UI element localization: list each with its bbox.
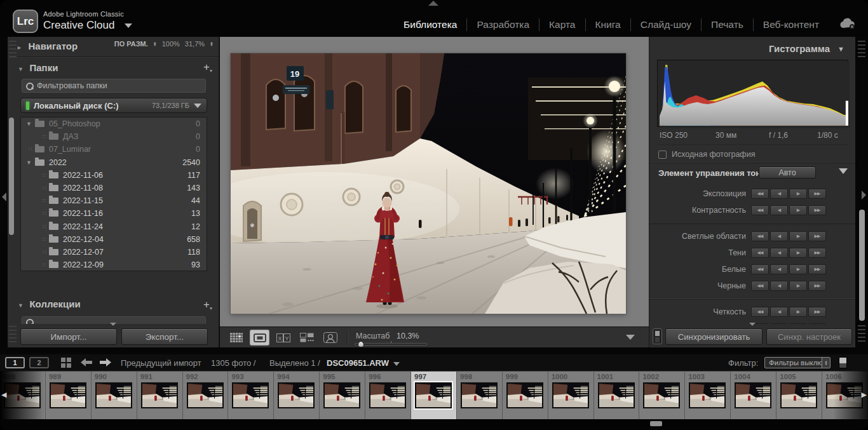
import-button[interactable]: Импорт... — [20, 328, 117, 345]
folder-grip-icon[interactable] — [40, 262, 49, 268]
filmstrip-thumbnail[interactable]: 990 — [92, 371, 137, 419]
toolbar-options-caret[interactable] — [626, 335, 635, 340]
folder-grip-icon[interactable] — [40, 133, 49, 140]
filmstrip-thumbnail[interactable]: 1000 — [548, 371, 594, 419]
decrease-button[interactable] — [770, 281, 788, 291]
previous-photo-arrow-icon[interactable] — [80, 358, 93, 367]
folder-filter-input[interactable]: Фильтровать папки — [22, 79, 206, 93]
filmstrip-thumbnail[interactable]: 999 — [503, 371, 548, 419]
export-button[interactable]: Экспорт... — [121, 328, 208, 345]
expand-icon[interactable] — [18, 66, 27, 72]
filmstrip-thumbnail[interactable]: 993 — [228, 371, 274, 419]
increase-large-button[interactable] — [808, 307, 826, 317]
folder-row[interactable]: 07_Luminar0 — [21, 143, 207, 156]
filmstrip-thumbnail[interactable]: 1002 — [639, 371, 685, 419]
collapse-icon[interactable] — [17, 44, 25, 51]
zoom-slider[interactable] — [355, 343, 427, 346]
module-tab[interactable]: Карта — [539, 17, 585, 33]
increase-button[interactable] — [789, 264, 807, 274]
module-tab[interactable]: Библиотека — [394, 17, 466, 33]
volume-browser[interactable]: Локальный диск (C:) 73,1/238 ГБ — [20, 98, 207, 113]
filmstrip-thumbnail[interactable]: 1005 — [776, 371, 822, 419]
grid-view-button[interactable] — [226, 330, 246, 346]
decrease-button[interactable] — [770, 231, 788, 241]
increase-button[interactable] — [789, 281, 807, 291]
next-photo-arrow-icon[interactable] — [99, 358, 112, 367]
zoom-ratio-option[interactable]: 31,7% — [185, 40, 205, 48]
identity-caret-icon[interactable] — [125, 24, 132, 28]
decrease-button[interactable] — [770, 205, 788, 215]
survey-view-button[interactable] — [297, 330, 316, 346]
increase-button[interactable] — [789, 307, 807, 317]
compare-view-button[interactable]: X Y — [273, 330, 293, 346]
sync-button[interactable]: Синхронизировать — [665, 328, 763, 345]
decrease-button[interactable] — [770, 189, 788, 199]
folder-row[interactable]: ДАЗ0 — [21, 130, 207, 143]
photo-preview[interactable]: 19 ❄ — [231, 53, 626, 314]
panel-caret-icon[interactable] — [749, 323, 756, 326]
increase-button[interactable] — [789, 231, 807, 241]
filmstrip-scrollbar-thumb[interactable] — [650, 421, 662, 426]
folders-header[interactable]: Папки + — [8, 57, 219, 74]
filmstrip-thumbnail[interactable]: 998 — [457, 371, 503, 419]
top-panel-collapse-icon[interactable] — [428, 1, 438, 6]
folder-row[interactable]: 2022-12-04658 — [21, 233, 207, 246]
increase-large-button[interactable] — [808, 281, 826, 291]
fill-option[interactable]: 100% — [162, 40, 180, 48]
navigator-header[interactable]: Навигатор ПО РАЗМ. ▲▼ 100% 31,7% ▲▼ — [8, 37, 219, 53]
folder-row[interactable]: 2022-12-0993 — [21, 259, 207, 271]
filmstrip-scroll-left-arrow[interactable]: ◀ — [1, 391, 6, 399]
increase-large-button[interactable] — [808, 205, 826, 215]
decrease-large-button[interactable] — [751, 189, 769, 199]
add-folder-button[interactable]: + — [203, 61, 212, 74]
module-tab[interactable]: Книга — [586, 17, 630, 33]
filmstrip-thumbnail[interactable]: 1003 — [685, 371, 731, 419]
folder-row[interactable]: 2022-11-06117 — [21, 169, 207, 182]
decrease-large-button[interactable] — [751, 205, 769, 215]
filmstrip-thumbnail[interactable]: 988 — [0, 371, 46, 419]
cloud-sync-icon[interactable] — [839, 18, 857, 30]
collections-header[interactable]: Коллекции + — [8, 299, 219, 315]
filmstrip-thumbnail[interactable]: 1001 — [594, 371, 640, 419]
decrease-large-button[interactable] — [751, 281, 769, 291]
filter-dropdown[interactable]: Фильтры выключ... ▲▼ — [764, 357, 831, 368]
histogram-panel[interactable] — [657, 60, 848, 127]
decrease-button[interactable] — [770, 264, 788, 274]
increase-large-button[interactable] — [808, 231, 826, 241]
decrease-large-button[interactable] — [751, 264, 769, 274]
folder-row[interactable]: 2022-12-07118 — [21, 246, 207, 259]
filmstrip-thumbnail[interactable]: 996 — [365, 371, 411, 419]
folder-row[interactable]: 05_Photoshop0 — [21, 118, 207, 130]
main-window-button[interactable]: 1 — [5, 357, 25, 368]
filmstrip-thumbnail[interactable]: 989 — [46, 371, 92, 419]
folder-grip-icon[interactable] — [26, 146, 35, 152]
folder-row[interactable]: 20222540 — [21, 156, 207, 169]
zoom-slider-thumb[interactable] — [358, 341, 364, 347]
add-collection-button[interactable]: + — [203, 299, 212, 311]
decrease-large-button[interactable] — [751, 307, 769, 317]
resize-grip[interactable] — [9, 326, 17, 345]
folder-row[interactable]: 2022-11-08143 — [21, 182, 207, 194]
folders-scrollbar[interactable] — [9, 118, 14, 235]
volume-caret-icon[interactable] — [194, 104, 201, 108]
filmstrip-thumbnail[interactable]: 994 — [274, 371, 320, 419]
increase-button[interactable] — [789, 248, 807, 258]
filmstrip-thumbnail[interactable]: 1004 — [731, 371, 776, 419]
filmstrip-scrollbar-track[interactable] — [0, 419, 868, 430]
filmstrip-thumbnail[interactable]: 992 — [183, 371, 229, 419]
module-tab[interactable]: Веб-контент — [754, 17, 829, 33]
filter-toggle-switch[interactable] — [839, 357, 847, 368]
filmstrip-scroll-right-arrow[interactable]: ▶ — [862, 391, 867, 399]
folder-grip-icon[interactable] — [40, 210, 49, 217]
decrease-button[interactable] — [770, 248, 788, 258]
fit-spinner-icon[interactable]: ▲▼ — [153, 41, 157, 46]
module-tab[interactable]: Разработка — [467, 17, 539, 33]
expand-icon[interactable] — [26, 159, 35, 166]
increase-large-button[interactable] — [808, 248, 826, 258]
resize-grip[interactable] — [858, 41, 865, 60]
folder-grip-icon[interactable] — [40, 172, 49, 178]
people-view-button[interactable] — [320, 330, 340, 346]
loupe-view-button[interactable] — [250, 330, 269, 346]
folder-grip-icon[interactable] — [40, 236, 49, 243]
folder-grip-icon[interactable] — [40, 224, 49, 230]
